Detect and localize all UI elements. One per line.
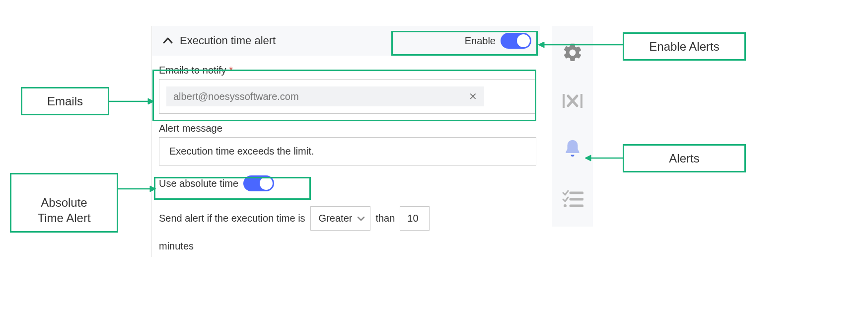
email-chip-text: albert@noesyssoftware.com [173, 91, 469, 102]
condition-prefix: Send alert if the execution time is [159, 213, 305, 224]
remove-email-icon[interactable]: ✕ [469, 90, 477, 102]
condition-than: than [375, 213, 395, 224]
condition-value-input[interactable]: 10 [400, 206, 430, 231]
arrow-emails [109, 96, 154, 106]
enable-label: Enable [465, 35, 496, 47]
panel-body: Emails to notify * albert@noesyssoftware… [152, 56, 540, 257]
emails-input[interactable]: albert@noesyssoftware.com ✕ [159, 79, 536, 114]
enable-toggle[interactable] [501, 33, 531, 49]
panel-title: Execution time alert [180, 34, 465, 47]
condition-row: Send alert if the execution time is Grea… [159, 206, 536, 231]
svg-point-6 [564, 204, 567, 207]
email-chip: albert@noesyssoftware.com ✕ [166, 86, 484, 106]
callout-alerts: Alerts [623, 144, 746, 172]
right-sidebar [552, 26, 593, 227]
panel-header[interactable]: Execution time alert Enable [152, 26, 540, 56]
gear-icon[interactable] [562, 42, 583, 66]
absolute-x-icon[interactable] [562, 92, 583, 112]
absolute-time-label: Use absolute time [159, 178, 238, 189]
callout-absolute-time: Absolute Time Alert [10, 173, 118, 233]
execution-time-alert-panel: Execution time alert Enable Emails to no… [151, 26, 540, 257]
callout-emails: Emails [21, 87, 109, 115]
condition-unit: minutes [159, 241, 536, 252]
absolute-time-toggle[interactable] [243, 175, 274, 191]
callout-enable-alerts: Enable Alerts [623, 32, 746, 61]
alert-message-input[interactable]: Execution time exceeds the limit. [159, 137, 536, 165]
bell-icon[interactable] [562, 138, 583, 164]
chevron-down-icon [357, 216, 365, 222]
chevron-up-icon [163, 36, 173, 46]
alert-message-label: Alert message [159, 123, 536, 134]
arrow-absolute [118, 184, 156, 194]
condition-operator-value: Greater [319, 213, 353, 224]
alert-message-value: Execution time exceeds the limit. [169, 146, 314, 157]
emails-label: Emails to notify * [159, 65, 536, 76]
checklist-icon[interactable] [562, 189, 583, 211]
absolute-time-row: Use absolute time [159, 175, 536, 191]
condition-operator-select[interactable]: Greater [310, 206, 371, 231]
